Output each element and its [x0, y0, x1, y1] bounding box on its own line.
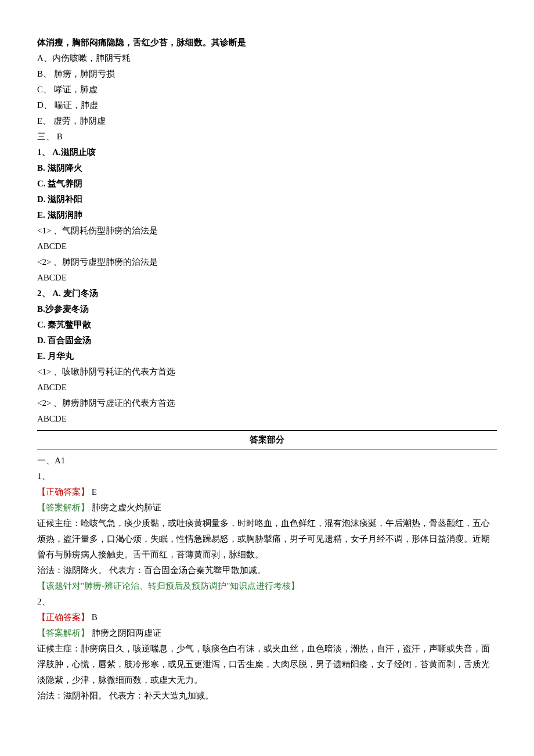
- question-stem: 体消瘦，胸部闷痛隐隐，舌红少苔，脉细数。其诊断是: [37, 35, 497, 51]
- q1-option-b: B. 滋阴降火: [37, 160, 497, 176]
- q2-option-d: D. 百合固金汤: [37, 333, 497, 348]
- option-e: E、 虚劳，肺阴虚: [37, 113, 497, 129]
- q1-option-a: 1、 A.滋阴止咳: [37, 145, 497, 160]
- a1-analysis-line2: 治法：滋阴降火。 代表方：百合固金汤合秦艽鳖甲散加减。: [37, 563, 497, 578]
- a2-analysis-line2: 治法：滋阴补阳。 代表方：补天大造丸加减。: [37, 688, 497, 704]
- section-3-header: 三、 B: [37, 129, 497, 145]
- q2-sub2: <2> 、肺痨肺阴亏虚证的代表方首选: [37, 395, 497, 411]
- q2-sub2-choices: ABCDE: [37, 411, 497, 427]
- option-c: C、 哮证，肺虚: [37, 82, 497, 98]
- a1-analysis-header: 【答案解析】 肺痨之虚火灼肺证: [37, 500, 497, 516]
- q1-option-d: D. 滋阴补阳: [37, 192, 497, 207]
- a2-analysis-title: 肺痨之阴阳两虚证: [89, 628, 161, 638]
- a2-analysis-label: 【答案解析】: [37, 628, 89, 638]
- a1-note-part1: 【该题针对": [37, 581, 84, 591]
- a2-correct-value: B: [89, 613, 98, 622]
- a2-number: 2、: [37, 594, 497, 610]
- q1-option-c: C. 益气养阴: [37, 176, 497, 192]
- q1-option-e: E. 滋阴润肺: [37, 207, 497, 223]
- a1-note-green: 肺痨-辨证论治、转归预后及预防调护: [84, 581, 226, 591]
- q2-option-c: C. 秦艽鳖甲散: [37, 317, 497, 333]
- q2-sub1: <1> 、咳嗽肺阴亏耗证的代表方首选: [37, 364, 497, 380]
- q2-option-e: E. 月华丸: [37, 348, 497, 364]
- option-d: D、 喘证，肺虚: [37, 98, 497, 113]
- q1-sub2-choices: ABCDE: [37, 270, 497, 286]
- a2-analysis-line1: 证候主症：肺痨病日久，咳逆喘息，少气，咳痰色白有沫，或夹血丝，血色暗淡，潮热，自…: [37, 641, 497, 688]
- q2-option-b: B.沙参麦冬汤: [37, 301, 497, 317]
- a1-correct-label: 【正确答案】: [37, 487, 89, 496]
- a1-number: 1、: [37, 469, 497, 484]
- a2-correct-label: 【正确答案】: [37, 613, 89, 622]
- a2-correct: 【正确答案】 B: [37, 610, 497, 625]
- q2-option-a: 2、 A. 麦门冬汤: [37, 286, 497, 301]
- q1-sub1-choices: ABCDE: [37, 239, 497, 254]
- a2-analysis-header: 【答案解析】 肺痨之阴阳两虚证: [37, 625, 497, 641]
- a1-correct: 【正确答案】 E: [37, 484, 497, 500]
- q1-sub2: <2> 、肺阴亏虚型肺痨的治法是: [37, 254, 497, 270]
- option-b: B、 肺痨，肺阴亏损: [37, 66, 497, 82]
- option-a: A、内伤咳嗽，肺阴亏耗: [37, 51, 497, 66]
- a1-analysis-label: 【答案解析】: [37, 503, 89, 512]
- a1-analysis-title: 肺痨之虚火灼肺证: [89, 503, 161, 512]
- a1-analysis-line1: 证候主症：呛咳气急，痰少质黏，或吐痰黄稠量多，时时咯血，血色鲜红，混有泡沫痰涎，…: [37, 516, 497, 563]
- a1-note-part2: "知识点进行考核】: [226, 581, 300, 591]
- q1-sub1: <1> 、气阴耗伤型肺痨的治法是: [37, 223, 497, 239]
- section-a1: 一、A1: [37, 453, 497, 469]
- answer-section-header: 答案部分: [37, 430, 497, 449]
- a1-correct-value: E: [89, 487, 97, 496]
- q2-sub1-choices: ABCDE: [37, 380, 497, 395]
- a1-note: 【该题针对"肺痨-辨证论治、转归预后及预防调护"知识点进行考核】: [37, 578, 497, 594]
